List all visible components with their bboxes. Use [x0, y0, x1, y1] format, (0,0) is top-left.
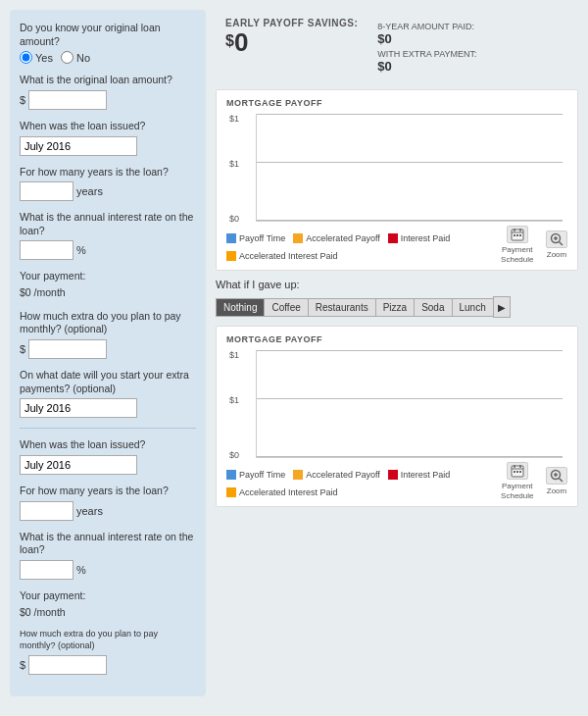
chart2-label-bot: $0 [229, 450, 239, 460]
original-loan-amount-group: What is the original loan amount? $ [20, 74, 196, 110]
radio-no-label[interactable]: No [61, 51, 90, 64]
loan-years2-input[interactable] [20, 501, 74, 521]
extra-dollar-prefix: $ [20, 343, 25, 355]
interest-rate-label: What is the annual interest rate on the … [20, 211, 196, 237]
loan-issued-group: When was the loan issued? [20, 120, 196, 156]
legend-interest-paid: Interest Paid [388, 233, 451, 243]
tab-next-arrow[interactable]: ▶ [493, 296, 511, 318]
chart2-legend-interest-box [388, 470, 398, 480]
radio-yes-label[interactable]: Yes [20, 51, 53, 64]
payment2-value: $0 /month [20, 606, 196, 620]
chart2-legend-payoff-box [226, 470, 236, 480]
loan-amount-input-row: $ [20, 90, 196, 110]
chart2-line-bot [257, 456, 563, 457]
radio-yes[interactable] [20, 51, 32, 64]
extra2-input-row: $ [20, 655, 196, 675]
tab-soda[interactable]: Soda [414, 298, 451, 317]
extra-payment-input[interactable] [28, 339, 107, 359]
legend-accelerated-payoff-box [293, 233, 303, 243]
dollar-prefix: $ [20, 94, 25, 106]
chart2-label-top: $1 [229, 350, 239, 360]
savings-left: EARLY PAYOFF SAVINGS: $0 [225, 18, 358, 57]
legend-accelerated-interest-label: Accelerated Interest Paid [239, 251, 338, 261]
loan-years2-input-row: years [20, 501, 196, 521]
chart1-label-top: $1 [229, 114, 239, 124]
payment-schedule-btn[interactable]: Payment Schedule [495, 226, 540, 264]
extra-payment-label: How much extra do you plan to pay monthl… [20, 310, 196, 336]
extra-date-label: On what date will you start your extra p… [20, 369, 196, 395]
chart2-line-mid [257, 398, 563, 399]
loan-years2-label: For how many years is the loan? [20, 485, 196, 498]
chart2-legend-interest-label: Interest Paid [401, 470, 451, 480]
zoom-label2: Zoom [547, 486, 566, 495]
loan-years2-group: For how many years is the loan? years [20, 485, 196, 521]
radio-no[interactable] [61, 51, 74, 64]
right-panel: EARLY PAYOFF SAVINGS: $0 8-YEAR AMOUNT P… [216, 10, 578, 696]
loan-issued2-group: When was the loan issued? [20, 438, 196, 475]
chart1-line-top [257, 114, 563, 115]
savings-row: EARLY PAYOFF SAVINGS: $0 8-YEAR AMOUNT P… [225, 18, 568, 74]
extra-date-group: On what date will you start your extra p… [20, 369, 196, 418]
tab-pizza[interactable]: Pizza [375, 298, 414, 317]
chart1-actions: Payment Schedule Zoom [495, 226, 567, 264]
chart2-legend-acc-interest-label: Accelerated Interest Paid [239, 487, 338, 497]
chart1-line-bot [257, 220, 563, 221]
interest2-label: What is the annual interest rate on the … [20, 531, 196, 557]
loan-issued-label: When was the loan issued? [20, 120, 196, 133]
payment-schedule-label: Payment Schedule [495, 245, 540, 264]
loan-years-group: For how many years is the loan? years [20, 166, 196, 202]
extra-date-input[interactable] [20, 398, 137, 418]
chart1-legend-actions: Payoff Time Accelerated Payoff Interest … [226, 226, 567, 264]
legend-accelerated-interest: Accelerated Interest Paid [226, 251, 338, 261]
zoom-icon [546, 230, 567, 248]
legend-interest-paid-label: Interest Paid [401, 233, 451, 243]
chart1-line-mid [257, 162, 563, 163]
tab-coffee[interactable]: Coffee [264, 298, 307, 317]
interest-rate-input[interactable] [20, 240, 74, 260]
savings-section: EARLY PAYOFF SAVINGS: $0 8-YEAR AMOUNT P… [216, 10, 578, 81]
chart2-legend: Payoff Time Accelerated Payoff Interest … [226, 470, 495, 497]
interest-rate-group: What is the annual interest rate on the … [20, 211, 196, 260]
years-suffix2: years [76, 505, 103, 517]
tab-restaurants[interactable]: Restaurants [308, 298, 375, 317]
chart1-section: MORTGAGE PAYOFF $1 $1 $0 Payoff Time [216, 89, 578, 271]
whatif-title: What if I gave up: [216, 279, 578, 290]
calendar-icon2 [507, 462, 528, 480]
loan-issued2-input[interactable] [20, 455, 137, 475]
radio-group-loan: Yes No [20, 51, 196, 64]
payment2-group: Your payment: $0 /month [20, 589, 196, 619]
chart2-legend-accelerated-label: Accelerated Payoff [306, 470, 379, 480]
extra-payment-group: How much extra do you plan to pay monthl… [20, 310, 196, 359]
savings-right: 8-YEAR AMOUNT PAID: $0 WITH EXTRA PAYMEN… [377, 18, 476, 74]
tab-lunch[interactable]: Lunch [452, 298, 493, 317]
zoom-btn[interactable]: Zoom [546, 230, 567, 259]
extra2-input[interactable] [28, 655, 107, 675]
chart2-actions: Payment Schedule Zoom [495, 462, 567, 500]
payment-value: $0 /month [20, 286, 196, 300]
extra-payment-label: WITH EXTRA PAYMENT: [377, 49, 476, 59]
loan-issued-input[interactable] [20, 136, 137, 156]
interest2-group: What is the annual interest rate on the … [20, 531, 196, 580]
year-amount-label: 8-YEAR AMOUNT PAID: [377, 22, 476, 31]
year-amount-value: $0 [377, 31, 476, 46]
loan-amount-input[interactable] [28, 90, 107, 110]
svg-rect-15 [514, 471, 515, 473]
zoom-label: Zoom [547, 250, 566, 259]
years-suffix: years [76, 185, 103, 197]
loan-issued2-label: When was the loan issued? [20, 438, 196, 452]
chart2-area: $1 $1 $0 [256, 350, 563, 458]
payment-schedule-btn2[interactable]: Payment Schedule [495, 462, 540, 500]
interest-rate-input-row: % [20, 240, 196, 260]
chart2-label-mid: $1 [229, 395, 239, 405]
section-divider [20, 428, 196, 429]
percent-suffix: % [76, 244, 86, 256]
left-panel: Do you know your original loan amount? Y… [10, 10, 206, 696]
loan-years-input[interactable] [20, 181, 74, 201]
legend-payoff-time: Payoff Time [226, 233, 285, 243]
interest2-input[interactable] [20, 560, 74, 580]
tab-nothing[interactable]: Nothing [216, 298, 264, 317]
legend-payoff-time-label: Payoff Time [239, 233, 285, 243]
svg-rect-16 [516, 471, 518, 473]
chart2-legend-acc-interest: Accelerated Interest Paid [226, 487, 338, 497]
zoom-btn2[interactable]: Zoom [546, 467, 567, 495]
